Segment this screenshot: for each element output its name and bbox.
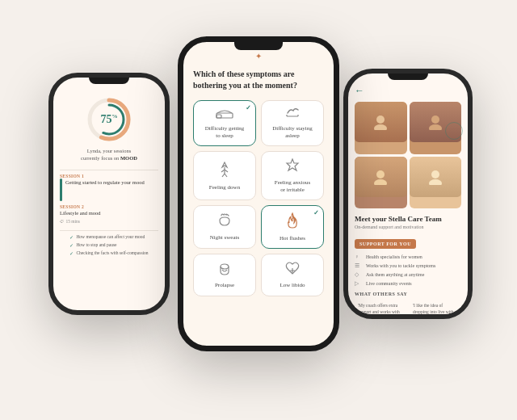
symptom-label-anxious: Feeling anxiousor irritable: [275, 179, 311, 194]
symptom-label-night-sweats: Night sweats: [210, 234, 239, 242]
review-text-1: 'My coach offers extra support and works…: [358, 303, 403, 319]
svg-line-12: [225, 174, 227, 177]
notch-right: [388, 74, 428, 80]
svg-point-23: [429, 179, 442, 185]
review-card-2: 'I like the idea of dropping into live w…: [410, 300, 461, 319]
right-phone-content: ←: [348, 80, 468, 319]
checklist: ✓ How menopause can affect your mood ✓ H…: [69, 234, 148, 258]
symptom-label-staying: Difficulty stayingasleep: [272, 125, 312, 140]
session1-title: Getting started to regulate your mood: [65, 179, 145, 186]
staying-sleep-icon: [284, 107, 301, 122]
svg-line-11: [222, 174, 225, 177]
support-badge: SUPPORT FOR YOU: [355, 239, 416, 249]
feature-item-4: ▷ Live community events: [355, 280, 461, 287]
phone-center: ✦ Which of these symptoms are bothering …: [178, 36, 339, 351]
symptom-label-sleep: Difficulty gettingto sleep: [205, 125, 245, 140]
feeling-down-icon: [217, 161, 232, 181]
symptom-card-down[interactable]: Feeling down: [193, 151, 256, 200]
phones-container: 75% Lynda, your sessions currently focus…: [0, 0, 517, 420]
check-icon: ✓: [69, 234, 74, 240]
review-card-1: 'My coach offers extra support and works…: [355, 300, 406, 319]
symptoms-grid: ✓ Difficulty gettingto sleep: [193, 100, 324, 296]
deco-circle: [445, 122, 463, 140]
svg-point-18: [431, 116, 439, 124]
session1-bar: [60, 178, 62, 201]
session-1-block: SESSION 1 Getting started to regulate yo…: [60, 174, 158, 201]
check-icon: ✓: [69, 242, 74, 248]
phone-right: ←: [343, 69, 473, 319]
center-phone-content: Which of these symptoms are bothering yo…: [183, 61, 334, 304]
check-badge: ✓: [246, 104, 251, 111]
feature-item-3: ◇ Ask them anything at anytime: [355, 271, 461, 278]
svg-line-9: [221, 170, 225, 172]
night-sweats-icon: [216, 212, 233, 231]
checklist-item: ✓ Checking the facts with self-compassio…: [69, 250, 148, 256]
team-photo-4: [410, 157, 462, 209]
review-text-2: 'I like the idea of dropping into live w…: [413, 303, 458, 319]
svg-point-16: [376, 116, 385, 124]
prolapse-icon: [216, 260, 233, 279]
checklist-item: ✓ How to stop and pause: [69, 242, 148, 248]
phone-left: 75% Lynda, your sessions currently focus…: [48, 73, 170, 315]
play-icon: ▷: [355, 280, 363, 287]
symptom-card-hot-flushes[interactable]: ✓ Hot flushes: [261, 205, 324, 249]
progress-value: 75%: [101, 113, 118, 126]
low-libido-icon: [284, 260, 301, 279]
svg-point-22: [431, 170, 439, 178]
notch-center: [234, 42, 283, 50]
symptom-card-prolapse[interactable]: Prolapse: [193, 254, 256, 296]
deco-star: ✦: [183, 52, 334, 61]
svg-rect-4: [216, 115, 221, 118]
hot-flushes-icon: [284, 212, 301, 232]
session-2-block: SESSION 2 Lifestyle and mood ⏱ 15 mins: [60, 204, 158, 223]
check-badge-hot: ✓: [313, 209, 319, 216]
team-photos: [355, 102, 461, 208]
session2-title: Lifestyle and mood: [60, 210, 158, 216]
svg-point-17: [374, 124, 387, 130]
symptom-label-down: Feeling down: [209, 184, 240, 191]
svg-point-19: [429, 124, 442, 130]
reviews-grid: 'My coach offers extra support and works…: [355, 300, 461, 319]
session2-label: SESSION 2: [60, 204, 158, 209]
svg-point-20: [376, 170, 385, 178]
meet-title: Meet your Stella Care Team: [355, 215, 461, 223]
chat-icon: ◇: [355, 271, 363, 278]
left-phone-content: 75% Lynda, your sessions currently focus…: [53, 84, 165, 270]
what-others-label: WHAT OTHERS SAY: [355, 292, 461, 296]
sleep-icon: [216, 107, 233, 122]
checklist-item: ✓ How menopause can affect your mood: [69, 234, 148, 240]
notch-left: [89, 78, 129, 84]
symptom-card-staying[interactable]: Difficulty stayingasleep: [261, 100, 324, 146]
symptom-card-anxious[interactable]: Feeling anxiousor irritable: [261, 151, 324, 200]
symptom-label-hot-flushes: Hot flushes: [280, 235, 305, 242]
progress-circle: 75%: [85, 95, 133, 144]
team-photo-1: [355, 102, 407, 154]
feature-item-1: ♀ Health specialists for women: [355, 254, 461, 260]
divider-1: [60, 170, 158, 170]
symptom-label-low-libido: Low libido: [280, 282, 305, 289]
symptom-card-low-libido[interactable]: Low libido: [261, 254, 324, 296]
left-tagline: Lynda, your sessions currently focus on …: [81, 147, 137, 162]
back-arrow[interactable]: ←: [355, 85, 461, 97]
center-question: Which of these symptoms are bothering yo…: [193, 69, 324, 90]
check-icon: ✓: [69, 250, 74, 256]
svg-line-10: [225, 170, 228, 172]
feature-list: ♀ Health specialists for women ☰ Works w…: [355, 254, 461, 287]
symptom-label-prolapse: Prolapse: [215, 282, 234, 289]
svg-point-21: [374, 179, 387, 185]
team-photo-3: [355, 157, 407, 209]
svg-rect-3: [216, 113, 233, 118]
session2-time: ⏱ 15 mins: [60, 219, 158, 224]
health-icon: ♀: [355, 254, 363, 260]
feature-item-2: ☰ Works with you to tackle symptoms: [355, 262, 461, 269]
list-icon: ☰: [355, 262, 363, 269]
symptom-card-night-sweats[interactable]: Night sweats: [193, 205, 256, 249]
svg-point-13: [221, 264, 229, 269]
divider-2: [60, 230, 158, 231]
symptom-card-sleep[interactable]: ✓ Difficulty gettingto sleep: [193, 100, 256, 146]
meet-subtitle: On-demand support and motivation: [355, 225, 461, 229]
anxious-icon: [284, 158, 301, 176]
